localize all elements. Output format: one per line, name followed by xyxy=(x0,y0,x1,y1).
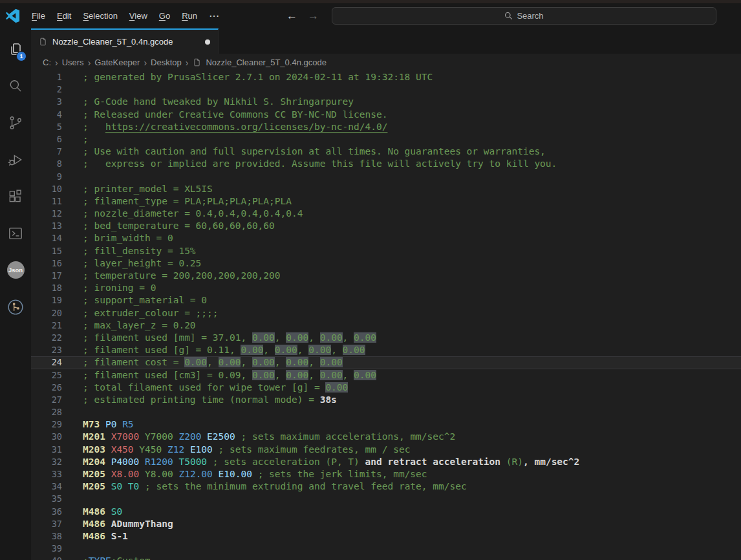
search-view-icon[interactable] xyxy=(0,67,31,104)
code-line-26[interactable]: 26; total filament used for wipe tower [… xyxy=(31,382,741,394)
line-number: 28 xyxy=(31,406,62,418)
code-line-34[interactable]: 34M205 S0 T0 ; sets the minimum extrudin… xyxy=(31,480,741,493)
code-line-33[interactable]: 33M205 X8.00 Y8.00 Z12.00 E10.00 ; sets … xyxy=(31,468,741,480)
line-number: 10 xyxy=(31,183,62,195)
code-text: M204 P4000 R1200 T5000 ; sets accelerati… xyxy=(83,456,579,468)
code-editor[interactable]: 1; generated by PrusaSlicer 2.7.1 on 202… xyxy=(31,71,741,560)
json-extension-icon[interactable]: Json xyxy=(0,252,31,288)
code-segment: E100 xyxy=(190,444,219,455)
line-number: 29 xyxy=(31,418,62,431)
breadcrumb-segment[interactable]: GateKeeper xyxy=(94,58,140,67)
code-line-4[interactable]: 4; Released under Creative Commons CC BY… xyxy=(31,109,741,121)
line-number: 24 xyxy=(31,356,62,369)
code-line-35[interactable]: 35 xyxy=(31,493,741,505)
menu-go[interactable]: Go xyxy=(153,8,176,23)
code-line-7[interactable]: 7; Use with caution and full supervision… xyxy=(31,145,741,158)
extensions-icon[interactable] xyxy=(0,178,31,215)
forward-arrow-icon[interactable]: → xyxy=(308,10,319,23)
tab-gcode-file[interactable]: Nozzle_Cleaner_5T_0.4n.gcode xyxy=(31,28,219,54)
code-line-12[interactable]: 12; nozzle_diameter = 0.4,0.4,0.4,0.4,0.… xyxy=(31,208,741,220)
code-segment: TYPE xyxy=(89,555,111,560)
code-line-15[interactable]: 15; fill_density = 15% xyxy=(31,245,741,257)
code-line-22[interactable]: 22; filament used [mm] = 37.01, 0.00, 0.… xyxy=(31,332,741,344)
code-line-40[interactable]: 40;TYPE:Custom xyxy=(31,555,741,560)
run-debug-icon[interactable] xyxy=(0,141,31,178)
code-segment: , xyxy=(275,332,286,343)
code-line-24[interactable]: 24; filament cost = 0.00, 0.00, 0.00, 0.… xyxy=(31,356,741,369)
modified-dot-icon[interactable] xyxy=(205,39,210,45)
terminal-icon xyxy=(7,225,24,242)
menu-accelerator: R xyxy=(182,11,188,21)
back-arrow-icon[interactable]: ← xyxy=(286,10,297,23)
breadcrumb-file[interactable]: Nozzle_Cleaner_5T_0.4n.gcode xyxy=(205,58,327,67)
code-line-17[interactable]: 17; temperature = 200,200,200,200,200 xyxy=(31,270,741,282)
breadcrumb-segment[interactable]: Desktop xyxy=(150,58,182,67)
source-control-icon[interactable] xyxy=(0,104,31,141)
code-segment: , xyxy=(263,345,274,355)
code-text: M205 X8.00 Y8.00 Z12.00 E10.00 ; sets th… xyxy=(83,468,427,480)
magnifier-icon xyxy=(7,78,24,94)
code-line-11[interactable]: 11; filament_type = PLA;PLA;PLA;PLA;PLA xyxy=(31,195,741,208)
circle-branch-extension-icon[interactable] xyxy=(0,288,31,325)
breadcrumb-segment[interactable]: C: xyxy=(42,58,52,67)
line-number: 1 xyxy=(31,71,62,83)
code-line-14[interactable]: 14; brim_width = 0 xyxy=(31,232,741,244)
code-line-6[interactable]: 6; xyxy=(31,133,741,145)
code-line-38[interactable]: 38M486 S-1 xyxy=(31,530,741,543)
code-line-21[interactable]: 21; max_layer_z = 0.20 xyxy=(31,319,741,332)
code-segment: 0.00 xyxy=(343,345,365,355)
code-line-5[interactable]: 5; https://creativecommons.org/licenses/… xyxy=(31,121,741,133)
menu-file[interactable]: File xyxy=(26,8,51,23)
line-number: 35 xyxy=(31,493,62,505)
code-line-23[interactable]: 23; filament used [g] = 0.11, 0.00, 0.00… xyxy=(31,344,741,356)
code-line-30[interactable]: 30M201 X7000 Y7000 Z200 E2500 ; sets max… xyxy=(31,431,741,443)
code-line-27[interactable]: 27; estimated printing time (normal mode… xyxy=(31,394,741,406)
code-segment: 0.00 xyxy=(354,370,376,380)
terminal-view-icon[interactable] xyxy=(0,215,31,252)
code-line-3[interactable]: 3; G-Code hand tweaked by Nikhil S. Shri… xyxy=(31,96,741,108)
code-line-19[interactable]: 19; support_material = 0 xyxy=(31,294,741,307)
menu-edit[interactable]: Edit xyxy=(51,8,77,23)
code-line-18[interactable]: 18; ironing = 0 xyxy=(31,282,741,294)
code-line-36[interactable]: 36M486 S0 xyxy=(31,506,741,518)
code-segment: 38s xyxy=(320,394,337,405)
command-center-search[interactable]: Search xyxy=(332,7,716,25)
code-text: ; https://creativecommons.org/licenses/b… xyxy=(83,121,387,133)
breadcrumb: C:›Users›GateKeeper›Desktop› Nozzle_Clea… xyxy=(31,54,741,71)
code-line-9[interactable]: 9 xyxy=(31,171,741,183)
breadcrumb-segment[interactable]: Users xyxy=(61,58,85,67)
code-line-37[interactable]: 37M486 ADummyThang xyxy=(31,518,741,530)
line-number: 39 xyxy=(31,543,62,555)
code-segment: ; sets maximum feedrates, mm / sec xyxy=(219,444,411,455)
code-text: ; temperature = 200,200,200,200,200 xyxy=(83,270,281,282)
code-segment: ; printer_model = XL5IS xyxy=(83,184,213,194)
code-line-29[interactable]: 29M73 P0 R5 xyxy=(31,418,741,431)
code-line-39[interactable]: 39 xyxy=(31,543,741,555)
menu-selection[interactable]: Selection xyxy=(77,8,123,23)
git-branch-icon xyxy=(7,114,24,131)
code-line-32[interactable]: 32M204 P4000 R1200 T5000 ; sets accelera… xyxy=(31,456,741,468)
code-text: ; filament used [g] = 0.11, 0.00, 0.00, … xyxy=(83,344,365,356)
code-segment: ; xyxy=(83,555,89,560)
code-line-1[interactable]: 1; generated by PrusaSlicer 2.7.1 on 202… xyxy=(31,71,741,83)
code-line-16[interactable]: 16; layer_height = 0.25 xyxy=(31,257,741,270)
editor-group: Nozzle_Cleaner_5T_0.4n.gcode C:›Users›Ga… xyxy=(31,28,741,560)
code-segment: 0.00 xyxy=(241,345,263,355)
code-line-20[interactable]: 20; extruder_colour = ;;;; xyxy=(31,307,741,319)
code-segment: X450 xyxy=(111,444,140,455)
code-line-25[interactable]: 25; filament used [cm3] = 0.09, 0.00, 0.… xyxy=(31,369,741,382)
code-segment: M205 xyxy=(83,481,111,491)
menu-view[interactable]: View xyxy=(124,8,153,23)
code-segment: , xyxy=(308,357,319,367)
code-line-28[interactable]: 28 xyxy=(31,406,741,418)
code-segment: ; support_material = 0 xyxy=(83,295,207,305)
menu-run[interactable]: Run xyxy=(176,8,203,23)
code-line-10[interactable]: 10; printer_model = XL5IS xyxy=(31,183,741,195)
code-segment: ; generated by PrusaSlicer 2.7.1 on 2024… xyxy=(83,72,433,82)
explorer-icon[interactable]: 1 xyxy=(0,30,31,67)
menu-more-button[interactable]: ··· xyxy=(203,8,226,23)
code-line-8[interactable]: 8; express or implied are provided. Assu… xyxy=(31,158,741,170)
code-line-31[interactable]: 31M203 X450 Y450 Z12 E100 ; sets maximum… xyxy=(31,444,741,456)
code-line-2[interactable]: 2 xyxy=(31,83,741,96)
code-line-13[interactable]: 13; bed_temperature = 60,60,60,60,60 xyxy=(31,220,741,232)
